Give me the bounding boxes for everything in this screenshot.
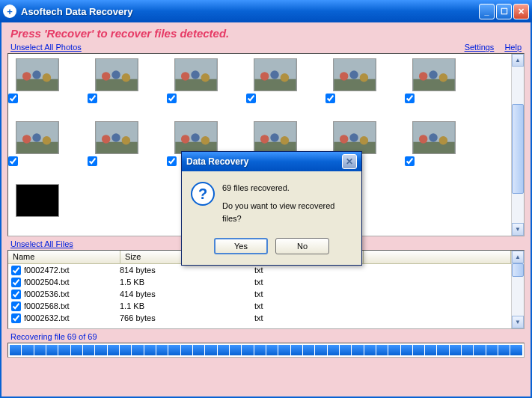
photo-thumbnail[interactable]	[95, 58, 138, 91]
svg-point-23	[349, 70, 358, 79]
photo-checkbox[interactable]	[167, 94, 177, 103]
scroll-down-button[interactable]: ▼	[512, 316, 524, 328]
photo-checkbox[interactable]	[167, 156, 177, 166]
svg-point-7	[102, 72, 110, 80]
progress-segment	[22, 345, 33, 355]
file-row[interactable]: f0002568.txt1.1 KBtxt	[8, 300, 511, 312]
file-extension: txt	[254, 301, 359, 310]
maximize-button[interactable]: ☐	[496, 4, 512, 19]
progress-segment	[132, 345, 143, 355]
svg-point-42	[181, 135, 189, 143]
svg-point-44	[201, 136, 210, 144]
file-name: f0002536.txt	[24, 290, 120, 298]
recovery-dialog: Data Recovery ✕ ? 69 files recovered. Do…	[181, 151, 362, 266]
photo-thumbnail[interactable]	[412, 121, 456, 154]
progress-segment	[205, 345, 216, 355]
svg-point-14	[201, 73, 210, 82]
photo-checkbox[interactable]	[88, 156, 97, 166]
progress-segment	[144, 345, 156, 355]
file-name: f0002472.txt	[24, 266, 120, 275]
progress-segment	[83, 345, 94, 355]
progress-segment	[315, 345, 326, 355]
file-size: 766 bytes	[120, 313, 254, 322]
photo-thumbnail[interactable]	[254, 121, 297, 154]
progress-bar	[7, 343, 525, 358]
file-checkbox[interactable]	[11, 290, 21, 299]
scroll-up-button[interactable]: ▲	[512, 251, 524, 263]
file-checkbox[interactable]	[11, 301, 21, 311]
svg-point-54	[360, 136, 368, 144]
progress-segment	[352, 345, 363, 355]
photo-checkbox[interactable]	[246, 94, 256, 103]
file-row[interactable]: f0002472.txt814 bytestxt	[8, 264, 511, 276]
svg-point-28	[429, 70, 437, 79]
photo-thumbnail[interactable]	[333, 58, 376, 91]
photo-thumbnail[interactable]	[95, 121, 138, 154]
scroll-thumb[interactable]	[512, 104, 524, 194]
svg-point-2	[22, 72, 31, 80]
scroll-up-button[interactable]: ▲	[512, 54, 524, 67]
svg-point-29	[439, 73, 447, 82]
file-row[interactable]: f0002504.txt1.5 KBtxt	[8, 276, 511, 288]
files-scrollbar[interactable]: ▲ ▼	[511, 251, 524, 328]
file-name: f0002504.txt	[24, 278, 120, 287]
progress-segment	[364, 345, 376, 355]
photo-scrollbar[interactable]: ▲ ▼	[511, 54, 524, 236]
photo-checkbox[interactable]	[8, 94, 18, 103]
dialog-close-button[interactable]: ✕	[342, 154, 357, 169]
scroll-thumb[interactable]	[512, 263, 524, 277]
file-extension: txt	[254, 278, 359, 287]
photo-thumbnail[interactable]	[16, 184, 59, 217]
file-extension: txt	[254, 266, 359, 275]
file-size: 1.1 KB	[120, 301, 254, 310]
progress-segment	[193, 345, 204, 355]
no-button[interactable]: No	[275, 238, 329, 254]
scroll-down-button[interactable]: ▼	[512, 223, 524, 236]
photo-thumbnail[interactable]	[16, 121, 59, 154]
photo-checkbox[interactable]	[8, 156, 18, 166]
progress-segment	[266, 345, 278, 355]
photo-checkbox[interactable]	[405, 156, 415, 166]
svg-point-18	[270, 70, 278, 79]
progress-segment	[303, 345, 314, 355]
progress-segment	[328, 345, 339, 355]
close-button[interactable]: ✕	[513, 4, 529, 19]
file-checkbox[interactable]	[11, 313, 21, 323]
photo-checkbox[interactable]	[325, 94, 335, 103]
photo-checkbox[interactable]	[88, 94, 97, 103]
svg-point-38	[111, 133, 120, 141]
file-checkbox[interactable]	[11, 278, 21, 287]
progress-segment	[486, 345, 498, 355]
file-row[interactable]: f0002536.txt414 bytestxt	[8, 288, 511, 300]
unselect-all-files-link[interactable]: Unselect All Files	[10, 239, 73, 248]
svg-point-48	[270, 133, 278, 141]
minimize-button[interactable]: _	[479, 4, 495, 19]
photo-thumbnail[interactable]	[333, 121, 376, 154]
help-link[interactable]: Help	[504, 43, 522, 52]
photo-thumbnail[interactable]	[174, 58, 218, 91]
progress-segment	[510, 345, 522, 355]
photo-thumbnail[interactable]	[254, 58, 297, 91]
column-name[interactable]: Name	[8, 251, 120, 263]
svg-point-49	[281, 136, 289, 144]
photo-thumbnail[interactable]	[412, 58, 456, 91]
photo-thumbnail[interactable]	[174, 121, 218, 154]
svg-point-34	[43, 136, 51, 144]
svg-point-37	[102, 135, 110, 143]
svg-point-17	[260, 72, 269, 80]
settings-link[interactable]: Settings	[465, 43, 495, 52]
unselect-all-photos-link[interactable]: Unselect All Photos	[10, 43, 82, 52]
progress-segment	[95, 345, 106, 355]
file-row[interactable]: f0002632.txt766 bytestxt	[8, 312, 511, 324]
file-size: 814 bytes	[120, 266, 254, 275]
progress-segment	[120, 345, 131, 355]
file-size: 414 bytes	[120, 290, 254, 298]
svg-point-43	[191, 133, 199, 141]
photo-checkbox[interactable]	[405, 94, 415, 103]
file-checkbox[interactable]	[11, 266, 21, 275]
yes-button[interactable]: Yes	[214, 238, 268, 254]
photo-thumbnail[interactable]	[16, 58, 59, 91]
app-icon: +	[3, 4, 16, 18]
file-name: f0002568.txt	[24, 301, 120, 310]
progress-segment	[242, 345, 253, 355]
